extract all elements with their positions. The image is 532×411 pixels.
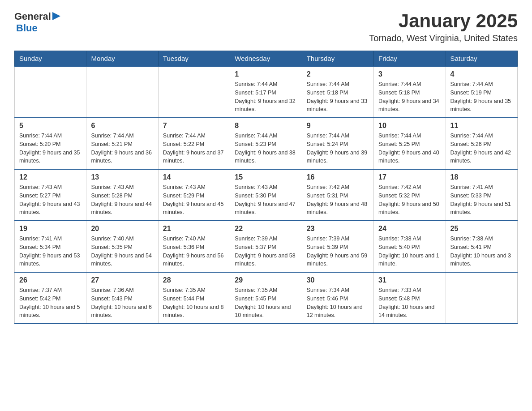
day-info: Sunrise: 7:43 AMSunset: 5:28 PMDaylight:… [91,183,153,217]
day-info: Sunrise: 7:38 AMSunset: 5:41 PMDaylight:… [450,235,513,268]
day-number: 11 [450,122,513,130]
calendar-cell: 31Sunrise: 7:33 AMSunset: 5:48 PMDayligh… [374,272,446,324]
day-number: 21 [163,225,225,233]
calendar-header-wednesday: Wednesday [230,51,302,67]
day-number: 8 [235,122,297,130]
calendar-header-thursday: Thursday [302,51,373,67]
day-number: 27 [91,276,153,284]
calendar-cell: 6Sunrise: 7:44 AMSunset: 5:21 PMDaylight… [86,118,158,169]
logo-triangle-icon [52,12,60,20]
day-info: Sunrise: 7:44 AMSunset: 5:20 PMDaylight:… [19,132,82,165]
title-block: January 2025 Tornado, West Virginia, Uni… [369,11,518,43]
calendar-cell: 23Sunrise: 7:39 AMSunset: 5:39 PMDayligh… [302,221,373,272]
calendar-header-monday: Monday [86,51,158,67]
calendar-cell: 22Sunrise: 7:39 AMSunset: 5:37 PMDayligh… [230,221,302,272]
day-info: Sunrise: 7:38 AMSunset: 5:40 PMDaylight:… [378,235,441,268]
calendar-header-row: SundayMondayTuesdayWednesdayThursdayFrid… [15,51,518,67]
calendar-cell: 2Sunrise: 7:44 AMSunset: 5:18 PMDaylight… [302,66,373,118]
calendar-cell: 20Sunrise: 7:40 AMSunset: 5:35 PMDayligh… [86,221,158,272]
day-number: 30 [307,276,369,284]
day-info: Sunrise: 7:35 AMSunset: 5:44 PMDaylight:… [163,286,225,320]
day-info: Sunrise: 7:43 AMSunset: 5:29 PMDaylight:… [163,183,225,217]
svg-marker-0 [52,12,60,20]
calendar-cell: 28Sunrise: 7:35 AMSunset: 5:44 PMDayligh… [158,272,230,324]
calendar-table: SundayMondayTuesdayWednesdayThursdayFrid… [14,51,518,324]
day-number: 29 [235,276,297,284]
day-number: 17 [378,173,441,181]
day-info: Sunrise: 7:44 AMSunset: 5:24 PMDaylight:… [307,132,369,165]
subtitle: Tornado, West Virginia, United States [369,33,518,43]
day-info: Sunrise: 7:44 AMSunset: 5:17 PMDaylight:… [235,80,297,114]
day-info: Sunrise: 7:42 AMSunset: 5:31 PMDaylight:… [307,183,369,217]
calendar-cell: 24Sunrise: 7:38 AMSunset: 5:40 PMDayligh… [374,221,446,272]
day-number: 10 [378,122,441,130]
day-number: 23 [307,225,369,233]
day-number: 13 [91,173,153,181]
day-info: Sunrise: 7:36 AMSunset: 5:43 PMDaylight:… [91,286,153,320]
calendar-cell [158,66,230,118]
logo: General Blue [14,11,60,34]
day-info: Sunrise: 7:44 AMSunset: 5:18 PMDaylight:… [378,80,441,114]
day-info: Sunrise: 7:43 AMSunset: 5:30 PMDaylight:… [235,183,297,217]
day-info: Sunrise: 7:33 AMSunset: 5:48 PMDaylight:… [378,286,441,320]
day-number: 3 [378,70,441,78]
calendar-cell: 25Sunrise: 7:38 AMSunset: 5:41 PMDayligh… [446,221,517,272]
day-info: Sunrise: 7:39 AMSunset: 5:37 PMDaylight:… [235,235,297,268]
day-info: Sunrise: 7:44 AMSunset: 5:18 PMDaylight:… [307,80,369,114]
logo-blue-text: Blue [16,22,38,34]
day-number: 22 [235,225,297,233]
day-number: 7 [163,122,225,130]
day-number: 18 [450,173,513,181]
day-number: 2 [307,70,369,78]
calendar-header-saturday: Saturday [446,51,517,67]
day-number: 14 [163,173,225,181]
calendar-cell: 30Sunrise: 7:34 AMSunset: 5:46 PMDayligh… [302,272,373,324]
day-number: 31 [378,276,441,284]
day-number: 25 [450,225,513,233]
day-info: Sunrise: 7:35 AMSunset: 5:45 PMDaylight:… [235,286,297,320]
calendar-header-friday: Friday [374,51,446,67]
calendar-cell [446,272,517,324]
day-number: 5 [19,122,82,130]
day-info: Sunrise: 7:44 AMSunset: 5:25 PMDaylight:… [378,132,441,165]
calendar-cell: 18Sunrise: 7:41 AMSunset: 5:33 PMDayligh… [446,169,517,221]
calendar-cell: 11Sunrise: 7:44 AMSunset: 5:26 PMDayligh… [446,118,517,169]
day-number: 26 [19,276,82,284]
day-info: Sunrise: 7:41 AMSunset: 5:34 PMDaylight:… [19,235,82,268]
calendar-cell: 17Sunrise: 7:42 AMSunset: 5:32 PMDayligh… [374,169,446,221]
day-number: 19 [19,225,82,233]
calendar-cell: 15Sunrise: 7:43 AMSunset: 5:30 PMDayligh… [230,169,302,221]
calendar-cell: 1Sunrise: 7:44 AMSunset: 5:17 PMDaylight… [230,66,302,118]
calendar-week-row: 19Sunrise: 7:41 AMSunset: 5:34 PMDayligh… [15,221,518,272]
calendar-cell: 14Sunrise: 7:43 AMSunset: 5:29 PMDayligh… [158,169,230,221]
page-header: General Blue January 2025 Tornado, West … [14,11,518,43]
calendar-cell [15,66,86,118]
day-info: Sunrise: 7:40 AMSunset: 5:36 PMDaylight:… [163,235,225,268]
calendar-cell [86,66,158,118]
calendar-cell: 26Sunrise: 7:37 AMSunset: 5:42 PMDayligh… [15,272,86,324]
calendar-cell: 16Sunrise: 7:42 AMSunset: 5:31 PMDayligh… [302,169,373,221]
calendar-cell: 7Sunrise: 7:44 AMSunset: 5:22 PMDaylight… [158,118,230,169]
calendar-week-row: 1Sunrise: 7:44 AMSunset: 5:17 PMDaylight… [15,66,518,118]
calendar-cell: 19Sunrise: 7:41 AMSunset: 5:34 PMDayligh… [15,221,86,272]
calendar-cell: 21Sunrise: 7:40 AMSunset: 5:36 PMDayligh… [158,221,230,272]
calendar-week-row: 12Sunrise: 7:43 AMSunset: 5:27 PMDayligh… [15,169,518,221]
calendar-header-sunday: Sunday [15,51,86,67]
day-info: Sunrise: 7:40 AMSunset: 5:35 PMDaylight:… [91,235,153,268]
day-info: Sunrise: 7:37 AMSunset: 5:42 PMDaylight:… [19,286,82,320]
day-number: 16 [307,173,369,181]
day-number: 28 [163,276,225,284]
day-info: Sunrise: 7:44 AMSunset: 5:22 PMDaylight:… [163,132,225,165]
day-number: 9 [307,122,369,130]
main-title: January 2025 [369,11,518,31]
day-info: Sunrise: 7:44 AMSunset: 5:26 PMDaylight:… [450,132,513,165]
calendar-cell: 3Sunrise: 7:44 AMSunset: 5:18 PMDaylight… [374,66,446,118]
day-info: Sunrise: 7:39 AMSunset: 5:39 PMDaylight:… [307,235,369,268]
calendar-cell: 5Sunrise: 7:44 AMSunset: 5:20 PMDaylight… [15,118,86,169]
day-info: Sunrise: 7:43 AMSunset: 5:27 PMDaylight:… [19,183,82,217]
day-info: Sunrise: 7:41 AMSunset: 5:33 PMDaylight:… [450,183,513,217]
day-number: 15 [235,173,297,181]
calendar-cell: 9Sunrise: 7:44 AMSunset: 5:24 PMDaylight… [302,118,373,169]
calendar-cell: 29Sunrise: 7:35 AMSunset: 5:45 PMDayligh… [230,272,302,324]
calendar-week-row: 26Sunrise: 7:37 AMSunset: 5:42 PMDayligh… [15,272,518,324]
